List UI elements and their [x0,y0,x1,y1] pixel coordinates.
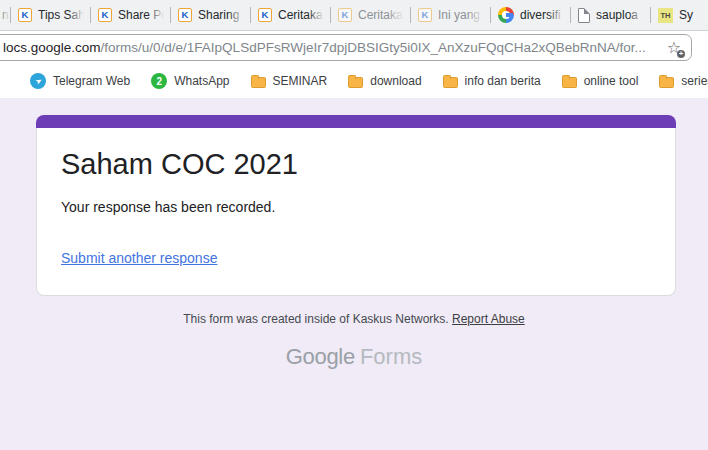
bookmark-label: download [370,74,421,88]
paper-plane-glyph: ➤ [33,75,43,86]
tab-bar: n KTips Sah KShare Pe KSharing KCeritaka… [0,0,708,31]
browser-tab[interactable]: KSharing [170,0,250,30]
url-domain: locs.google.com [3,40,101,55]
folder-icon [443,77,458,88]
kaskus-favicon: K [418,8,432,22]
confirmation-message: Your response has been recorded. [61,199,651,215]
google-forms-logo: GoogleForms [0,344,708,370]
tab-title: diversifi [520,7,564,23]
document-favicon [578,8,590,23]
bookmark-item[interactable]: online tool [562,74,639,88]
kaskus-favicon: K [178,8,192,22]
th-favicon: TH [658,8,673,23]
address-bar[interactable]: locs.google.com/forms/u/0/d/e/1FAIpQLSdP… [0,34,692,61]
report-abuse-link[interactable]: Report Abuse [452,312,525,326]
browser-tab[interactable]: KTips Sah [10,0,90,30]
form-title: Saham COC 2021 [61,148,651,181]
kaskus-favicon: K [18,8,32,22]
bookmark-add-badge: + [677,50,685,58]
browser-tab[interactable]: KCeritaka [250,0,330,30]
url-path: /forms/u/0/d/e/1FAIpQLSdPFsRWjeIr7dpjDBS… [101,40,646,55]
browser-tab[interactable]: diversifi [490,0,570,30]
page-content: Saham COC 2021 Your response has been re… [0,98,708,450]
address-bar-row: locs.google.com/forms/u/0/d/e/1FAIpQLSdP… [0,31,708,64]
form-card-body: Saham COC 2021 Your response has been re… [36,128,676,296]
bookmark-item[interactable]: series [659,74,708,88]
bookmark-star-icon[interactable]: ☆+ [667,40,681,56]
kaskus-favicon: K [338,8,352,22]
browser-tab[interactable]: KIni yang [410,0,490,30]
bookmark-item[interactable]: ➤ Telegram Web [30,73,130,89]
bookmark-label: Telegram Web [53,74,130,88]
tab-title: Share Pe [118,7,164,23]
bookmark-item[interactable]: download [348,74,421,88]
form-theme-bar [36,115,676,128]
bookmark-item[interactable]: 2 WhatsApp [151,73,229,89]
bookmarks-bar: ➤ Telegram Web 2 WhatsApp SEMINAR downlo… [0,64,708,98]
tab-title: Ceritaka [278,7,324,23]
whatsapp-icon: 2 [151,73,167,89]
footer-text: This form was created inside of Kaskus N… [183,312,448,326]
browser-tab[interactable]: n [0,0,10,30]
tab-title: Sy [679,7,708,23]
browser-tab[interactable]: THSy [650,0,708,30]
google-wordmark: Google [286,344,355,369]
bookmark-item[interactable]: info dan berita [443,74,541,88]
browser-tab[interactable]: KCeritaka [330,0,410,30]
bookmark-label: online tool [584,74,639,88]
kaskus-favicon: K [98,8,112,22]
bookmark-label: WhatsApp [174,74,229,88]
bookmark-label: info dan berita [465,74,541,88]
folder-icon [659,77,674,88]
browser-chrome: n KTips Sah KShare Pe KSharing KCeritaka… [0,0,708,98]
url-text: locs.google.com/forms/u/0/d/e/1FAIpQLSdP… [3,40,659,55]
folder-icon [251,77,266,88]
tab-title: Ini yang [438,7,484,23]
bookmark-item[interactable]: SEMINAR [251,74,328,88]
tab-title: Tips Sah [38,7,84,23]
browser-tab[interactable]: KShare Pe [90,0,170,30]
browser-tab[interactable]: sauploa [570,0,650,30]
forms-wordmark: Forms [360,344,422,369]
tab-title: Sharing [198,7,244,23]
google-g-bar [506,13,513,17]
form-footer: This form was created inside of Kaskus N… [0,312,708,326]
form-card: Saham COC 2021 Your response has been re… [36,115,676,296]
tab-title: sauploa [596,7,644,23]
submit-another-response-link[interactable]: Submit another response [61,250,217,266]
bookmark-label: series [681,74,708,88]
kaskus-favicon: K [258,8,272,22]
folder-icon [562,77,577,88]
telegram-icon: ➤ [30,73,46,89]
tab-title: n [2,7,10,23]
folder-icon [348,77,363,88]
tab-title: Ceritaka [358,7,404,23]
google-favicon [498,7,514,23]
bookmark-label: SEMINAR [273,74,328,88]
